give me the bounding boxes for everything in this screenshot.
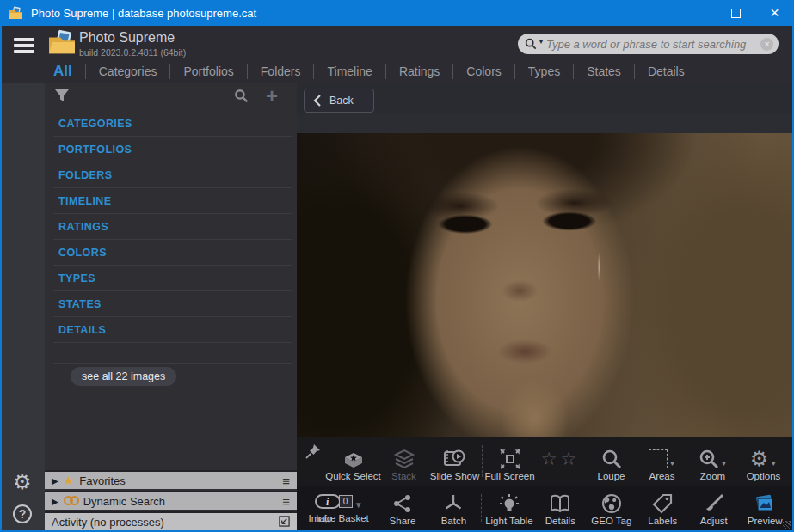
window-title: Photo Supreme | database photosupreme.ca… <box>31 7 256 20</box>
areas-dropdown-icon[interactable]: ▼ <box>669 460 676 468</box>
tab-folders[interactable]: Folders <box>261 64 301 78</box>
sidebar-item-colors[interactable]: COLORS <box>53 240 292 266</box>
action-toolbar: i 0 ▼ Info Image Basket Share <box>297 486 792 530</box>
search-scope-dropdown-icon[interactable]: ▼ <box>538 38 545 46</box>
slide-show-icon <box>443 447 467 471</box>
tab-separator <box>313 64 314 79</box>
tab-ratings[interactable]: Ratings <box>399 64 440 78</box>
toolbar-separator <box>482 445 483 477</box>
slide-show-button[interactable]: Slide Show <box>429 437 480 486</box>
dynamic-search-label: Dynamic Search <box>83 495 165 508</box>
options-dropdown-icon[interactable]: ▼ <box>770 460 777 468</box>
stack-icon <box>393 447 415 471</box>
areas-icon <box>649 449 668 468</box>
app-logo-icon <box>8 6 23 20</box>
maximize-button[interactable] <box>717 0 755 26</box>
full-screen-button[interactable]: Full Screen <box>484 437 535 486</box>
sidebar-item-ratings[interactable]: RATINGS <box>53 214 292 240</box>
maximize-icon <box>731 9 741 18</box>
tab-separator <box>385 64 386 79</box>
geo-tag-button[interactable]: GEO Tag <box>586 486 637 530</box>
tab-portfolios[interactable]: Portfolios <box>183 64 233 78</box>
app-build-version: build 2023.0.2.4811 (64bit) <box>79 47 186 58</box>
zoom-icon <box>699 449 719 469</box>
star-outline-icons[interactable]: ☆☆ <box>541 449 581 469</box>
tab-separator <box>573 64 574 79</box>
areas-button[interactable]: ▼ Areas <box>637 437 687 486</box>
tab-types[interactable]: Types <box>528 64 560 78</box>
close-button[interactable]: × <box>755 0 794 26</box>
favorites-label: Favorites <box>79 474 125 487</box>
sidebar-divider <box>53 343 292 364</box>
light-table-button[interactable]: Light Table <box>483 486 534 530</box>
view-tabs: All Categories Portfolios Folders Timeli… <box>53 63 685 80</box>
see-all-images-button[interactable]: see all 22 images <box>71 367 176 386</box>
image-basket-label: Image Basket <box>300 513 377 523</box>
favorites-panel-header[interactable]: ▶ ★ Favorites ≡ <box>45 470 297 489</box>
stack-button[interactable]: Stack <box>379 437 429 486</box>
back-button[interactable]: Back <box>304 89 374 113</box>
search-input[interactable] <box>546 38 760 51</box>
batch-button[interactable]: Batch <box>428 486 479 530</box>
share-button[interactable]: Share <box>377 486 428 530</box>
resize-grip[interactable] <box>783 521 791 529</box>
add-plus-icon[interactable]: + <box>266 84 278 108</box>
tab-categories[interactable]: Categories <box>99 64 157 78</box>
tab-states[interactable]: States <box>587 64 621 78</box>
favorites-menu-icon[interactable]: ≡ <box>282 474 290 488</box>
help-icon[interactable]: ? <box>13 504 32 523</box>
sidebar-item-states[interactable]: STATES <box>53 291 292 317</box>
app-logo <box>47 29 77 55</box>
pin-icon[interactable] <box>305 443 321 459</box>
sidebar-search-icon[interactable] <box>234 89 249 103</box>
zoom-dropdown-icon[interactable]: ▼ <box>721 460 728 468</box>
expand-arrow-icon[interactable]: ▶ <box>52 476 58 486</box>
labels-button[interactable]: Labels <box>637 486 688 530</box>
tab-colors[interactable]: Colors <box>466 64 501 78</box>
rating-stars[interactable]: ☆☆ <box>535 437 586 486</box>
tab-separator <box>247 64 248 79</box>
details-button[interactable]: Details <box>535 486 586 530</box>
info-image-basket-button[interactable]: i 0 ▼ Info Image Basket <box>300 486 377 530</box>
minimize-button[interactable]: – <box>678 0 717 26</box>
hamburger-menu-icon[interactable] <box>14 38 34 56</box>
dynamic-search-menu-icon[interactable]: ≡ <box>282 494 290 509</box>
search-clear-icon[interactable]: × <box>760 38 773 51</box>
quick-select-button[interactable]: Quick Select <box>328 437 379 486</box>
main-view: Back Quick Select <box>297 83 792 530</box>
settings-gear-icon[interactable]: ⚙ <box>13 472 32 492</box>
tab-details[interactable]: Details <box>648 64 685 78</box>
tab-timeline[interactable]: Timeline <box>327 64 372 78</box>
preview-photos-icon <box>754 492 776 516</box>
dynamic-search-rings-icon <box>64 496 79 506</box>
sidebar-item-categories[interactable]: CATEGORIES <box>53 111 292 137</box>
app-name: Photo Supreme <box>79 30 175 46</box>
sidebar-item-folders[interactable]: FOLDERS <box>53 162 292 188</box>
dynamic-search-panel-header[interactable]: ▶ Dynamic Search ≡ <box>45 491 297 510</box>
image-basket-dropdown-icon[interactable]: ▼ <box>354 500 363 510</box>
tab-all[interactable]: All <box>53 63 72 80</box>
filter-funnel-icon[interactable] <box>53 88 71 105</box>
activity-panel-header[interactable]: Activity (no processes) <box>45 511 297 530</box>
expand-arrow-icon[interactable]: ▶ <box>52 497 58 506</box>
main-view-topbar: Back <box>297 83 792 113</box>
title-bar[interactable]: Photo Supreme | database photosupreme.ca… <box>0 0 794 26</box>
full-screen-icon <box>499 447 521 471</box>
search-box[interactable]: ▼ × <box>518 34 779 54</box>
catalog-sidebar: + CATEGORIES PORTFOLIOS FOLDERS TIMELINE… <box>45 83 297 530</box>
light-table-icon <box>499 492 520 516</box>
app-header: Photo Supreme build 2023.0.2.4811 (64bit… <box>2 26 792 83</box>
sidebar-item-types[interactable]: TYPES <box>53 266 292 291</box>
sidebar-item-portfolios[interactable]: PORTFOLIOS <box>53 137 292 162</box>
sidebar-item-details[interactable]: DETAILS <box>53 317 292 343</box>
loupe-button[interactable]: Loupe <box>586 437 637 486</box>
back-label: Back <box>329 95 354 107</box>
viewer-toolbar: Quick Select Stack <box>297 437 792 486</box>
adjust-button[interactable]: Adjust <box>688 486 739 530</box>
photo-preview-portrait[interactable] <box>297 133 792 437</box>
tab-separator <box>634 64 635 79</box>
zoom-button[interactable]: ▼ Zoom <box>687 437 738 486</box>
sidebar-item-timeline[interactable]: TIMELINE <box>53 188 292 214</box>
geo-tag-globe-icon <box>601 492 622 516</box>
options-button[interactable]: ⚙ ▼ Options <box>738 437 789 486</box>
